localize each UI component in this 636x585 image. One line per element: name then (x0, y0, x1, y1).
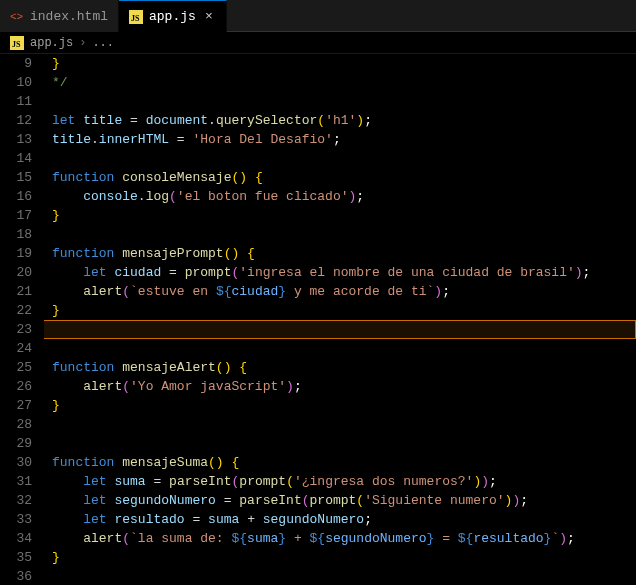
line-number: 35 (0, 548, 32, 567)
code-line[interactable] (44, 415, 636, 434)
code-line[interactable]: title.innerHTML = 'Hora Del Desafio'; (44, 130, 636, 149)
code-line[interactable] (44, 567, 636, 585)
code-line[interactable]: let ciudad = prompt('ingresa el nombre d… (44, 263, 636, 282)
code-line[interactable]: */ (44, 73, 636, 92)
code-line[interactable]: let segundoNumero = parseInt(prompt('Sig… (44, 491, 636, 510)
code-line[interactable] (44, 92, 636, 111)
editor[interactable]: 9101112131415161718192021222324252627282… (0, 54, 636, 585)
tab-app-js[interactable]: JSapp.js× (119, 0, 227, 32)
line-number: 22 (0, 301, 32, 320)
line-gutter: 9101112131415161718192021222324252627282… (0, 54, 44, 585)
line-number: 18 (0, 225, 32, 244)
line-number: 27 (0, 396, 32, 415)
line-number: 24 (0, 339, 32, 358)
code-line[interactable]: function consoleMensaje() { (44, 168, 636, 187)
line-number: 10 (0, 73, 32, 92)
tab-bar: <>index.htmlJSapp.js× (0, 0, 636, 32)
code-line[interactable] (44, 320, 636, 339)
code-line[interactable]: } (44, 301, 636, 320)
code-line[interactable]: } (44, 396, 636, 415)
line-number: 12 (0, 111, 32, 130)
code-line[interactable]: console.log('el boton fue clicado'); (44, 187, 636, 206)
line-number: 16 (0, 187, 32, 206)
code-line[interactable]: function mensajeAlert() { (44, 358, 636, 377)
breadcrumb-rest[interactable]: ... (92, 36, 114, 50)
file-icon: JS (129, 10, 143, 24)
code-line[interactable]: alert(`estuve en ${ciudad} y me acorde d… (44, 282, 636, 301)
code-line[interactable]: } (44, 206, 636, 225)
line-number: 15 (0, 168, 32, 187)
svg-text:JS: JS (12, 40, 21, 49)
code-area[interactable]: }*/ let title = document.querySelector('… (44, 54, 636, 585)
line-number: 20 (0, 263, 32, 282)
code-line[interactable]: alert(`la suma de: ${suma} + ${segundoNu… (44, 529, 636, 548)
svg-text:<>: <> (10, 11, 23, 23)
line-number: 9 (0, 54, 32, 73)
line-number: 19 (0, 244, 32, 263)
code-line[interactable] (44, 225, 636, 244)
svg-text:JS: JS (131, 14, 140, 23)
code-line[interactable]: let resultado = suma + segundoNumero; (44, 510, 636, 529)
code-line[interactable]: } (44, 548, 636, 567)
code-line[interactable] (44, 149, 636, 168)
line-number: 13 (0, 130, 32, 149)
line-number: 29 (0, 434, 32, 453)
line-number: 32 (0, 491, 32, 510)
js-icon: JS (10, 36, 24, 50)
line-number: 26 (0, 377, 32, 396)
code-line[interactable]: function mensajePrompt() { (44, 244, 636, 263)
code-line[interactable]: } (44, 54, 636, 73)
close-icon[interactable]: × (202, 10, 216, 24)
code-line[interactable]: alert('Yo Amor javaScript'); (44, 377, 636, 396)
line-number: 34 (0, 529, 32, 548)
line-number: 31 (0, 472, 32, 491)
line-number: 11 (0, 92, 32, 111)
code-line[interactable] (44, 434, 636, 453)
line-number: 36 (0, 567, 32, 585)
line-number: 23 (0, 320, 32, 339)
file-icon: <> (10, 9, 24, 23)
chevron-right-icon: › (79, 36, 86, 50)
code-line[interactable] (44, 339, 636, 358)
code-line[interactable]: function mensajeSuma() { (44, 453, 636, 472)
breadcrumb: JS app.js › ... (0, 32, 636, 54)
code-line[interactable]: let title = document.querySelector('h1')… (44, 111, 636, 130)
tab-label: index.html (30, 9, 108, 24)
line-number: 28 (0, 415, 32, 434)
line-number: 14 (0, 149, 32, 168)
line-number: 30 (0, 453, 32, 472)
breadcrumb-file[interactable]: app.js (30, 36, 73, 50)
code-line[interactable]: let suma = parseInt(prompt('¿ingresa dos… (44, 472, 636, 491)
tab-index-html[interactable]: <>index.html (0, 0, 119, 32)
line-number: 21 (0, 282, 32, 301)
line-number: 25 (0, 358, 32, 377)
line-number: 33 (0, 510, 32, 529)
tab-label: app.js (149, 9, 196, 24)
line-number: 17 (0, 206, 32, 225)
